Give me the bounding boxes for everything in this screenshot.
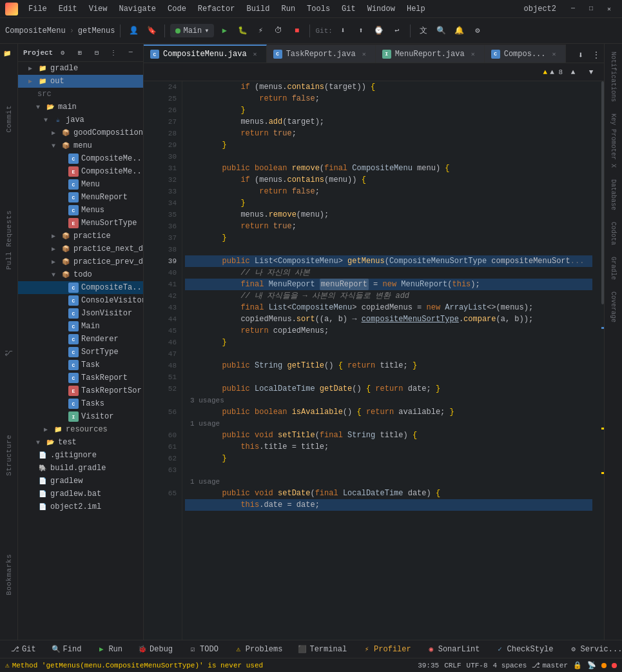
close-btn[interactable]: ✕ [601,1,617,17]
tree-item-CompositeMenu2[interactable]: E CompositeMe... [18,165,143,178]
tree-collapse-icon[interactable]: ⊟ [90,45,104,61]
settings-btn[interactable]: ⚙ [470,23,485,39]
tree-item-practice-prev[interactable]: ▶ 📦 practice_prev_de... [18,255,143,268]
tree-item-object2-iml[interactable]: 📄 object2.iml [18,500,143,513]
git-update-btn[interactable]: ⬇ [335,23,351,39]
codota-label[interactable]: Codota [610,217,617,250]
notifications-label[interactable]: Notifications [610,46,617,107]
menu-build[interactable]: Build [241,3,275,15]
breadcrumb-getmenus[interactable]: getMenus [78,26,115,35]
tree-item-SortType[interactable]: C SortType [18,346,143,359]
tab-dots-btn[interactable]: ⋮ [588,47,604,63]
maximize-btn[interactable]: □ [583,1,599,17]
bottom-tab-profiler[interactable]: ⚡ Profiler [357,640,416,658]
tree-item-gradle[interactable]: ▶ 📁 gradle [18,62,143,75]
search-btn[interactable]: 🔍 [434,23,449,39]
tab-close-compos[interactable]: ✕ [550,50,559,59]
tree-item-Menus[interactable]: C Menus [18,204,143,217]
bottom-tab-servic[interactable]: ⚙ Servic... [564,640,622,658]
bottom-tab-git[interactable]: ⎇ Git [5,640,41,658]
bottom-tab-debug[interactable]: 🐞 Debug [133,640,178,658]
tree-item-main[interactable]: ▼ 📂 main [18,101,143,114]
tree-expand-icon[interactable]: ⊞ [73,45,87,61]
tree-item-CompositeMenu1[interactable]: C CompositeMe... [18,152,143,165]
debug-btn[interactable]: 🐛 [235,23,250,39]
code-content[interactable]: if (menus.contains(target)) { return fal… [182,81,595,640]
coverage-label[interactable]: Coverage [610,286,617,328]
tree-item-Tasks[interactable]: C Tasks [18,397,143,410]
translate-btn[interactable]: 文 [416,23,431,39]
tree-item-ConsoleVisitor[interactable]: C ConsoleVisitor [18,294,143,307]
tree-gear-icon[interactable]: ⚙ [55,45,70,61]
tree-item-src[interactable]: src [18,88,143,101]
tree-item-Visitor[interactable]: I Visitor [18,410,143,423]
bottom-tab-problems[interactable]: ⚠ Problems [229,640,288,658]
status-encoding[interactable]: UTF-8 [467,662,488,669]
tab-menuReport[interactable]: I MenuReport.java ✕ [376,44,485,63]
tree-item-out[interactable]: ▶ 📁 out [18,75,143,88]
git-push-btn[interactable]: ⬆ [353,23,369,39]
tree-item-java[interactable]: ▼ ☕ java [18,114,143,126]
gradle-label[interactable]: Gradle [610,252,617,285]
menu-file[interactable]: File [23,3,52,15]
status-indent[interactable]: 4 spaces [493,662,527,669]
tab-compositeMenu[interactable]: C CompositeMenu.java ✕ [144,44,267,63]
tree-item-gitignore[interactable]: 📄 .gitignore [18,449,143,462]
coverage-btn[interactable]: ⚡ [253,23,268,39]
tree-item-Main[interactable]: C Main [18,320,143,333]
tree-item-TaskReport[interactable]: C TaskReport [18,371,143,384]
database-label[interactable]: Database [610,174,617,215]
profile-btn[interactable]: ⏱ [271,23,286,39]
git-rollback-btn[interactable]: ↩ [389,23,405,39]
key-promoter-label[interactable]: Key Promoter X [610,108,617,173]
menu-navigate[interactable]: Navigate [113,3,161,15]
menu-window[interactable]: Window [362,3,400,15]
bottom-tab-run[interactable]: ▶ Run [92,640,128,658]
menu-help[interactable]: Help [402,3,431,15]
tree-item-MenuSortType[interactable]: E MenuSortType [18,217,143,230]
minimize-btn[interactable]: ─ [565,1,581,17]
tree-close-icon[interactable]: ─ [124,45,138,61]
tree-item-test[interactable]: ▼ 📂 test [18,436,143,449]
project-panel-icon[interactable]: 📁 [0,46,14,61]
tree-item-JsonVisitor[interactable]: C JsonVisitor [18,307,143,320]
run-btn[interactable]: ▶ [217,23,232,39]
bottom-tab-todo[interactable]: ☑ TODO [183,640,224,658]
tree-item-TaskReportSor[interactable]: E TaskReportSor... [18,384,143,397]
tree-item-gradlew-bat[interactable]: 📄 gradlew.bat [18,488,143,500]
menu-git[interactable]: Git [336,3,361,15]
tab-taskReport[interactable]: C TaskReport.java ✕ [267,44,376,63]
tree-item-build-gradle[interactable]: 🐘 build.gradle [18,462,143,475]
status-git[interactable]: ⎇ master [532,661,568,669]
tree-item-practice[interactable]: ▶ 📦 practice [18,230,143,242]
overview-ruler[interactable] [595,81,604,640]
tree-item-resources[interactable]: ▶ 📁 resources [18,423,143,436]
git-side-label[interactable]: ⎇ [5,344,13,361]
tab-compos[interactable]: C Compos... ✕ [485,44,566,63]
bottom-tab-checkStyle[interactable]: ✓ CheckStyle [491,640,559,658]
bottom-tab-find[interactable]: 🔍 Find [46,640,87,658]
bookmark-btn[interactable]: 🔖 [144,23,159,39]
tree-item-goodComposition[interactable]: ▶ 📦 goodComposition [18,126,143,139]
tree-item-practice-next[interactable]: ▶ 📦 practice_next_de... [18,242,143,255]
tree-item-MenuReport[interactable]: C MenuReport [18,191,143,204]
status-position[interactable]: 39:35 [418,662,439,669]
menu-refactor[interactable]: Refactor [193,3,240,15]
bottom-tab-sonarLint[interactable]: ◉ SonarLint [422,640,485,658]
git-history-btn[interactable]: ⌚ [371,23,387,39]
tab-close-menuReport[interactable]: ✕ [469,50,478,59]
menu-run[interactable]: Run [276,3,300,15]
bookmarks-label[interactable]: Bookmarks [5,550,13,599]
tree-item-CompositeTask[interactable]: C CompositeTa... [18,281,143,294]
tree-item-Renderer[interactable]: C Renderer [18,333,143,346]
tree-item-menu[interactable]: ▼ 📦 menu [18,139,143,152]
person-btn[interactable]: 👤 [126,23,141,39]
tree-item-Task[interactable]: C Task [18,359,143,371]
tree-dots-icon[interactable]: ⋮ [106,45,121,61]
stop-btn[interactable]: ■ [289,23,304,39]
prev-warning-btn[interactable]: ▲ [565,64,581,80]
menu-view[interactable]: View [84,3,113,15]
commit-label[interactable]: Commit [5,101,13,137]
project-tree-content[interactable]: ▶ 📁 gradle ▶ 📁 out src ▼ 📂 main ▼ ☕ [18,62,143,640]
tree-item-Menu[interactable]: C Menu [18,178,143,191]
